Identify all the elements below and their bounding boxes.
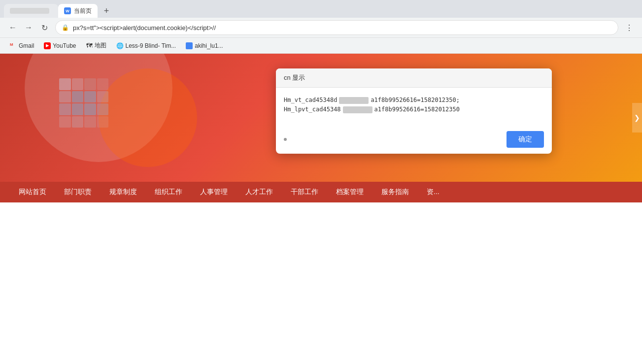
alert-title-bar: cn 显示	[276, 68, 552, 88]
bookmark-akihi-label: akihi_lu1...	[195, 42, 223, 49]
alert-domain-label: cn 显示	[284, 73, 305, 82]
back-button[interactable]: ←	[6, 21, 20, 34]
alert-dialog: cn 显示 Hm_vt_cad45348da1f8b99526616=15820…	[276, 68, 552, 154]
lock-icon: 🔒	[62, 24, 69, 31]
youtube-icon: ▶	[44, 42, 51, 49]
bookmark-maps[interactable]: 🗺 地图	[82, 40, 110, 51]
akihi-favicon	[186, 42, 193, 49]
bookmark-akihi[interactable]: akihi_lu1...	[182, 41, 227, 51]
confirm-button[interactable]: 确定	[507, 131, 544, 148]
new-tab-button[interactable]: +	[100, 4, 113, 18]
bookmark-youtube-label: YouTube	[53, 42, 76, 49]
browser-chrome: W 当前页 + ← → ↻ 🔒 px?s=tt"><script>alert(d…	[0, 0, 642, 54]
bookmarks-bar: M Gmail ▶ YouTube 🗺 地图 🌐 Less-9 Blind- T…	[0, 37, 642, 53]
alert-overlay: cn 显示 Hm_vt_cad45348da1f8b99526616=15820…	[0, 54, 642, 364]
bookmark-youtube[interactable]: ▶ YouTube	[40, 41, 80, 51]
cookie-line2-redacted	[343, 106, 372, 113]
bookmark-gmail-label: Gmail	[19, 42, 34, 49]
maps-icon: 🗺	[86, 42, 93, 49]
alert-cookie-text: Hm_vt_cad45348da1f8b99526616=1582012350;…	[284, 96, 544, 114]
refresh-button[interactable]: ↻	[37, 21, 51, 34]
tab-1[interactable]	[4, 4, 58, 18]
gmail-icon: M	[10, 42, 17, 49]
tab-title: 当前页	[74, 7, 92, 15]
bookmark-less9-label: Less-9 Blind- Tim...	[126, 42, 176, 49]
cookie-line1-end: a1f8b99526616=1582012350;	[371, 97, 460, 103]
forward-button[interactable]: →	[22, 21, 35, 34]
cookie-line2-end: a1f8b99526616=1582012350	[374, 106, 460, 113]
address-bar-row: ← → ↻ 🔒 px?s=tt"><script>alert(document.…	[0, 18, 642, 37]
tab-active[interactable]: W 当前页	[58, 4, 98, 18]
globe-icon: 🌐	[116, 42, 124, 49]
tab-bar: W 当前页 +	[0, 0, 642, 18]
alert-footer: 确定	[276, 127, 552, 154]
bookmark-less9[interactable]: 🌐 Less-9 Blind- Tim...	[112, 41, 180, 51]
address-text: px?s=tt"><script>alert(document.cookie)<…	[73, 24, 612, 32]
nav-buttons: ← → ↻	[6, 21, 51, 34]
cookie-line1-prefix: Hm_vt_cad45348d	[284, 97, 337, 103]
address-box[interactable]: 🔒 px?s=tt"><script>alert(document.cookie…	[55, 20, 618, 35]
alert-body: Hm_vt_cad45348da1f8b99526616=1582012350;…	[276, 88, 552, 127]
bookmark-maps-label: 地图	[95, 41, 106, 50]
page-content: ❯ 网站首页 部门职责 规章制度 组织工作 人事管理 人才工作 干部工作 档案管…	[0, 54, 642, 364]
bookmark-gmail[interactable]: M Gmail	[6, 41, 38, 51]
tab-favicon: W	[64, 7, 71, 14]
menu-button[interactable]: ⋮	[622, 21, 636, 34]
alert-dot	[284, 138, 287, 141]
cookie-line2-prefix: Hm_lpvt_cad45348	[284, 106, 341, 113]
cookie-line1-redacted	[339, 97, 369, 104]
